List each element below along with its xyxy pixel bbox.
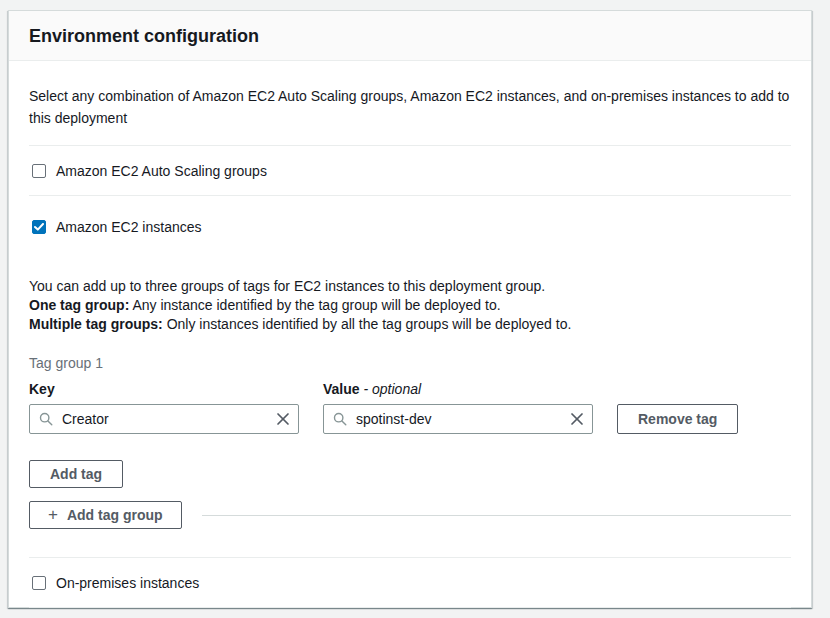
checkbox-row-auto-scaling-groups[interactable]: Amazon EC2 Auto Scaling groups bbox=[29, 146, 791, 195]
tag-key-input[interactable] bbox=[29, 404, 299, 434]
tag-help-line2-rest: Any instance identified by the tag group… bbox=[129, 297, 500, 313]
checkbox-row-on-premises[interactable]: On-premises instances bbox=[29, 558, 791, 607]
auto-scaling-groups-label[interactable]: Amazon EC2 Auto Scaling groups bbox=[56, 161, 267, 181]
tag-key-input-wrap bbox=[29, 404, 299, 434]
ec2-instances-label[interactable]: Amazon EC2 instances bbox=[56, 217, 202, 237]
tag-key-label: Key bbox=[29, 380, 299, 398]
horizontal-rule bbox=[202, 515, 791, 516]
tag-value-input[interactable] bbox=[323, 404, 593, 434]
add-tag-group-label: Add tag group bbox=[67, 507, 163, 523]
on-premises-label[interactable]: On-premises instances bbox=[56, 573, 199, 593]
card-header: Environment configuration bbox=[9, 11, 811, 61]
tag-group-title: Tag group 1 bbox=[29, 354, 791, 372]
auto-scaling-groups-checkbox[interactable] bbox=[32, 164, 46, 178]
remove-tag-button[interactable]: Remove tag bbox=[617, 404, 738, 434]
tag-help-line1: You can add up to three groups of tags f… bbox=[29, 278, 545, 294]
search-icon bbox=[39, 412, 53, 426]
card-body: Select any combination of Amazon EC2 Aut… bbox=[9, 61, 811, 608]
intro-text: Select any combination of Amazon EC2 Aut… bbox=[29, 85, 791, 129]
add-tag-group-row: + Add tag group bbox=[29, 501, 791, 529]
divider bbox=[29, 607, 791, 608]
tag-help-line2-lead: One tag group: bbox=[29, 297, 129, 313]
tag-key-field: Key bbox=[29, 380, 299, 434]
tag-help-line3-lead: Multiple tag groups: bbox=[29, 316, 163, 332]
tag-value-field: Value - optional bbox=[323, 380, 593, 434]
environment-configuration-card: Environment configuration Select any com… bbox=[8, 10, 812, 608]
add-tag-button[interactable]: Add tag bbox=[29, 460, 123, 488]
tag-value-optional-text: - optional bbox=[363, 381, 421, 397]
ec2-instances-checkbox[interactable] bbox=[32, 220, 46, 234]
card-title: Environment configuration bbox=[29, 25, 791, 47]
add-tag-group-button[interactable]: + Add tag group bbox=[29, 501, 182, 529]
checkbox-row-ec2-instances[interactable]: Amazon EC2 instances bbox=[29, 196, 791, 251]
tag-value-label: Value - optional bbox=[323, 380, 593, 398]
tag-value-label-text: Value bbox=[323, 381, 360, 397]
clear-value-icon[interactable] bbox=[570, 412, 584, 426]
search-icon bbox=[333, 412, 347, 426]
tag-help-line3-rest: Only instances identified by all the tag… bbox=[163, 316, 572, 332]
on-premises-checkbox[interactable] bbox=[32, 576, 46, 590]
tag-help-text: You can add up to three groups of tags f… bbox=[29, 277, 791, 334]
plus-icon: + bbox=[48, 506, 58, 523]
tag-value-input-wrap bbox=[323, 404, 593, 434]
clear-key-icon[interactable] bbox=[276, 412, 290, 426]
checkmark-icon bbox=[34, 223, 44, 231]
tag-row: Key Value bbox=[29, 380, 791, 434]
